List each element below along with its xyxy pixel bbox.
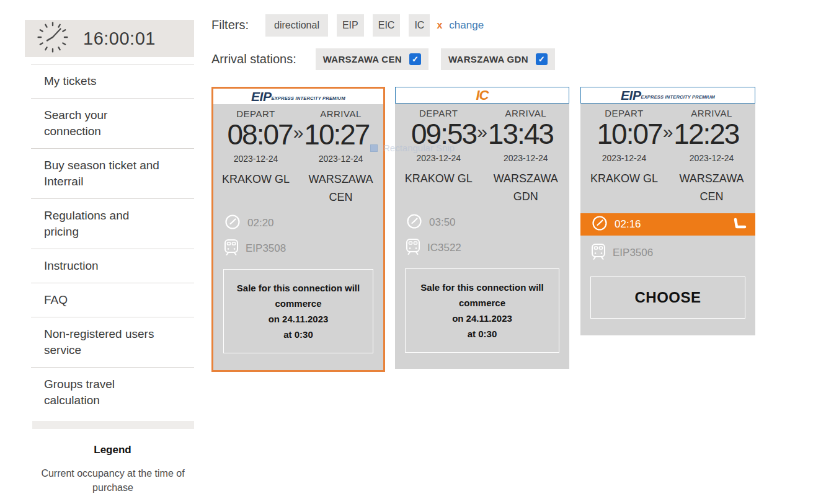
depart-label: DEPART — [213, 108, 298, 119]
connection-card-1007: EIP EXPRESS INTERCITY PREMIUM DEPART ARR… — [580, 87, 755, 335]
operator-banner: EIP EXPRESS INTERCITY PREMIUM — [580, 87, 755, 104]
sidebar-menu: My tickets Search your connection Buy se… — [31, 64, 194, 417]
to-station: WARSZAWA CEN — [668, 170, 755, 206]
station-checkbox-warszawa-gdn[interactable]: ✓ — [536, 53, 548, 65]
change-filters-link[interactable]: change — [449, 19, 484, 32]
operator-banner: EIP EXPRESS INTERCITY PREMIUM — [213, 89, 383, 104]
connection-results: EIP EXPRESS INTERCITY PREMIUM DEPART ARR… — [211, 87, 826, 380]
occupancy-bar: 02:16 — [580, 213, 755, 236]
sale-notice: Sale for this connection will commerce o… — [405, 268, 559, 353]
connection-card-0807: EIP EXPRESS INTERCITY PREMIUM DEPART ARR… — [211, 87, 385, 372]
to-station: WARSZAWA CEN — [298, 170, 383, 206]
depart-time: 09:53 — [411, 118, 476, 149]
arrival-label: ARRIVAL — [482, 108, 570, 118]
filter-chip-eip[interactable]: EIP — [337, 14, 364, 37]
booking-page: 16:00:01 My tickets Search your connecti… — [0, 0, 826, 504]
clock-time: 16:00:01 — [83, 29, 156, 49]
depart-date: 2023-12-24 — [580, 153, 668, 163]
sidebar-item-season-ticket-interrail[interactable]: Buy season ticket and Interrail — [31, 148, 194, 198]
arrival-stations-label: Arrival stations: — [211, 52, 296, 66]
sale-notice: Sale for this connection will commerce o… — [223, 269, 373, 353]
from-station: KRAKOW GL — [395, 170, 482, 206]
clock-icon — [36, 20, 69, 56]
arrival-stations-row: Arrival stations: WARSZAWA CEN ✓ WARSZAW… — [211, 47, 555, 71]
arrival-date: 2023-12-24 — [482, 153, 570, 163]
choose-button[interactable]: CHOOSE — [590, 276, 745, 319]
depart-time: 10:07 — [597, 118, 662, 149]
arrival-time: 10:27 — [304, 119, 369, 150]
duration-value: 02:20 — [247, 217, 274, 229]
connection-card-0953: IC DEPART ARRIVAL 09:53 » 13:43 2023-12-… — [395, 87, 569, 369]
sidebar-item-faq[interactable]: FAQ — [31, 283, 194, 317]
duration-clock-icon — [592, 215, 608, 234]
train-number: EIP3506 — [613, 247, 653, 259]
filter-chip-ic[interactable]: IC — [409, 14, 430, 37]
filters-label: Filters: — [211, 18, 249, 32]
train-number: IC3522 — [427, 242, 461, 254]
arrival-label: ARRIVAL — [298, 108, 383, 119]
eip-logo: EIP EXPRESS INTERCITY PREMIUM — [251, 91, 345, 102]
clear-filters-icon[interactable]: x — [437, 20, 442, 31]
duration-clock-icon — [224, 214, 241, 233]
arrow-separator-icon: » — [663, 118, 673, 146]
station-chip-warszawa-gdn[interactable]: WARSZAWA GDN ✓ — [441, 48, 555, 70]
train-icon — [223, 239, 239, 259]
eip-logo: EIP EXPRESS INTERCITY PREMIUM — [621, 89, 715, 101]
to-station: WARSZAWA GDN — [482, 170, 570, 206]
sidebar-separator-bar — [32, 421, 194, 429]
filter-chip-eic[interactable]: EIC — [373, 14, 401, 37]
duration-value: 03:50 — [429, 216, 456, 229]
clock-widget: 16:00:01 — [25, 20, 194, 57]
sidebar-item-search-connection[interactable]: Search your connection — [31, 98, 194, 148]
depart-time: 08:07 — [228, 119, 293, 150]
filters-row: Filters: directional EIP EIC IC x change — [211, 12, 484, 38]
arrival-date: 2023-12-24 — [668, 153, 755, 163]
duration-clock-icon — [406, 213, 422, 232]
duration-value: 02:16 — [615, 218, 641, 231]
depart-label: DEPART — [395, 108, 482, 118]
depart-label: DEPART — [580, 108, 668, 118]
occupancy-seat-icon — [732, 218, 747, 234]
legend-title: Legend — [31, 444, 194, 456]
ic-logo: IC — [476, 87, 489, 104]
arrow-separator-icon: » — [477, 118, 487, 146]
station-chip-warszawa-cen[interactable]: WARSZAWA CEN ✓ — [316, 48, 429, 70]
depart-date: 2023-12-24 — [213, 154, 298, 164]
train-number: EIP3508 — [246, 242, 286, 255]
from-station: KRAKOW GL — [213, 170, 298, 206]
arrival-time: 13:43 — [488, 118, 553, 149]
filter-chip-directional[interactable]: directional — [265, 14, 328, 37]
sidebar-item-non-registered-service[interactable]: Non-registered users service — [31, 317, 194, 367]
from-station: KRAKOW GL — [580, 170, 668, 206]
sidebar-item-instruction[interactable]: Instruction — [31, 249, 194, 283]
sidebar-item-my-tickets[interactable]: My tickets — [31, 64, 194, 98]
depart-date: 2023-12-24 — [395, 153, 482, 163]
operator-banner: IC — [395, 87, 569, 104]
sidebar-item-groups-travel[interactable]: Groups travel calculation — [31, 367, 194, 417]
station-checkbox-warszawa-cen[interactable]: ✓ — [409, 53, 421, 65]
sidebar-item-regulations-pricing[interactable]: Regulations and pricing — [31, 198, 194, 249]
arrival-time: 12:23 — [673, 118, 739, 149]
train-icon — [590, 243, 606, 263]
train-icon — [405, 238, 421, 259]
arrow-separator-icon: » — [293, 119, 304, 146]
arrival-date: 2023-12-24 — [298, 154, 383, 164]
legend-description: Current occupancy at the time of purchas… — [23, 466, 203, 495]
arrival-label: ARRIVAL — [668, 108, 755, 118]
